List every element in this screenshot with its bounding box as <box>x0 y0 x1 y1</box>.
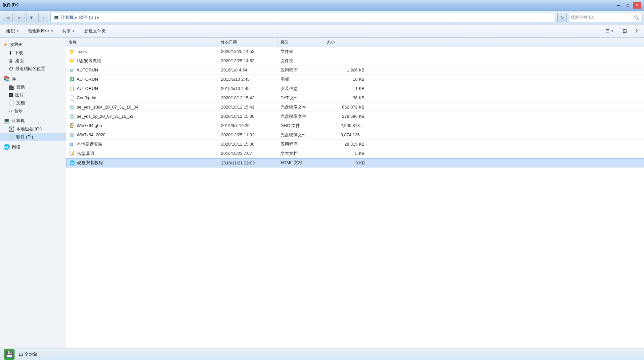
table-row[interactable]: 📄 Config.dat 2020/10/12 15:42 DAT 文件 36 … <box>66 93 644 103</box>
table-row[interactable]: 📁 U盘安装教程 2020/12/25 14:52 文件夹 <box>66 56 644 66</box>
close-button[interactable]: ✕ <box>633 2 641 9</box>
file-type-icon: ⚙ <box>69 67 75 73</box>
file-size-cell: 652,072 KB <box>324 105 367 110</box>
sidebar-item-desktop[interactable]: 🖥 桌面 <box>0 57 66 65</box>
sidebar-network-header[interactable]: 🌐 网络 <box>0 142 66 151</box>
col-header-type[interactable]: 类型 <box>278 38 324 47</box>
table-row[interactable]: 📝 光盘说明 2016/10/23 7:07 文本文档 5 KB <box>66 149 644 158</box>
file-type-icon: 🖥 <box>69 141 75 147</box>
sidebar-item-video[interactable]: 🎬 视频 <box>0 83 66 91</box>
up-button[interactable]: ↑ <box>38 13 48 22</box>
share-button[interactable]: 共享 ▼ <box>59 26 79 36</box>
help-icon: ? <box>635 28 638 33</box>
sidebar-favorites-header[interactable]: ★ 收藏夹 <box>0 40 66 49</box>
file-size-cell: 3,874,126 ... <box>324 132 367 137</box>
file-name-cell: 🖥 本地硬盘安装 <box>66 141 218 147</box>
table-row[interactable]: 🗄 Win7x64.gho 2019/9/7 19:25 GHO 文件 2,90… <box>66 121 644 130</box>
table-row[interactable]: 💿 Win7x64_2020 2020/12/25 11:32 光盘映像文件 3… <box>66 130 644 140</box>
file-date-cell: 2015/5/10 2:45 <box>218 77 278 82</box>
breadcrumb-computer[interactable]: 计算机 <box>61 15 74 21</box>
help-button[interactable]: ? <box>632 26 641 36</box>
include-library-button[interactable]: 包含到库中 ▼ <box>24 26 57 36</box>
sidebar-computer-header[interactable]: 💻 计算机 <box>0 116 66 125</box>
preview-pane-button[interactable]: ⊟ <box>619 26 630 36</box>
file-type-icon: 🖼 <box>69 76 75 82</box>
library-icon: 📚 <box>3 75 10 82</box>
file-date-cell: 2016/10/23 7:07 <box>218 151 278 156</box>
search-placeholder: 搜索 软件 (D:) <box>571 15 596 20</box>
file-date-cell: 2020/10/12 15:36 <box>218 114 278 119</box>
forward-button[interactable]: ▶ <box>15 13 24 22</box>
file-size-cell: 10 KB <box>324 77 367 82</box>
sidebar-item-music[interactable]: ♫ 音乐 <box>0 107 66 115</box>
col-header-name[interactable]: 名称 <box>66 38 218 47</box>
col-header-date[interactable]: 修改日期 <box>218 38 278 47</box>
toolbar-right: ☰ ▼ ⊟ ? <box>602 26 641 36</box>
table-row[interactable]: 📁 Tools 2020/12/25 14:52 文件夹 <box>66 47 644 56</box>
recent-locations-button[interactable]: ▼ <box>26 13 36 22</box>
file-type-icon: 📝 <box>69 151 75 157</box>
file-name-cell: 💿 Win7x64_2020 <box>66 132 218 138</box>
file-type-cell: 文件夹 <box>278 49 324 55</box>
table-row[interactable]: 🖥 本地硬盘安装 2020/10/12 15:30 应用程序 28,315 KB <box>66 140 644 149</box>
sidebar-network-section: 🌐 网络 <box>0 142 66 151</box>
refresh-button[interactable]: ↻ <box>557 13 567 22</box>
table-row[interactable]: ⚙ AUTORUN 2016/1/8 4:54 应用程序 1,926 KB <box>66 66 644 75</box>
table-row[interactable]: 🌐 硬盘安装教程 2016/11/21 22:03 HTML 文档 3 KB <box>66 158 644 167</box>
file-date-cell: 2020/10/12 15:42 <box>218 95 278 100</box>
organize-button[interactable]: 组织 ▼ <box>3 26 23 36</box>
file-name-cell: 📋 AUTORUN <box>66 86 218 92</box>
col-header-size[interactable]: 大小 <box>324 38 367 47</box>
file-name-cell: 📁 Tools <box>66 49 218 55</box>
table-row[interactable]: 📋 AUTORUN 2015/5/10 2:45 安装信息 1 KB <box>66 84 644 93</box>
music-icon: ♫ <box>9 108 12 113</box>
file-type-icon: 📋 <box>69 86 75 92</box>
sidebar-item-document[interactable]: 📄 文档 <box>0 99 66 107</box>
d-drive-icon: 💿 <box>9 134 14 140</box>
file-date-cell: 2015/5/10 2:45 <box>218 86 278 91</box>
sidebar-item-d-drive[interactable]: 💿 软件 (D:) <box>0 133 66 141</box>
file-type-icon: 💿 <box>69 104 75 110</box>
file-type-cell: 安装信息 <box>278 86 324 92</box>
star-icon: ★ <box>3 42 8 47</box>
sidebar-item-picture[interactable]: 🖼 图片 <box>0 91 66 99</box>
file-size-cell: 1,926 KB <box>324 68 367 72</box>
video-icon: 🎬 <box>9 84 14 90</box>
sidebar-library-section: 📚 库 🎬 视频 🖼 图片 📄 文档 ♫ 音乐 <box>0 74 66 115</box>
sidebar-computer-section: 💻 计算机 💽 本地磁盘 (C:) 💿 软件 (D:) <box>0 116 66 141</box>
maximize-button[interactable]: □ <box>623 2 632 9</box>
file-size-cell: 1 KB <box>324 86 367 91</box>
file-type-cell: 光盘映像文件 <box>278 113 324 119</box>
view-options-button[interactable]: ☰ ▼ <box>602 26 618 36</box>
computer-icon: 💻 <box>3 117 10 124</box>
file-list: 📁 Tools 2020/12/25 14:52 文件夹 📁 U盘安装教程 20… <box>66 47 644 348</box>
file-date-cell: 2019/9/7 19:25 <box>218 123 278 128</box>
file-type-icon: 💿 <box>69 132 75 138</box>
breadcrumb-drive[interactable]: 软件 (D:) <box>79 15 96 21</box>
table-row[interactable]: 🖼 AUTORUN 2015/5/10 2:45 图标 10 KB <box>66 75 644 84</box>
file-size-cell: 5 KB <box>324 151 367 156</box>
window-controls: ─ □ ✕ <box>614 2 641 9</box>
back-button[interactable]: ◀ <box>3 13 13 22</box>
search-bar[interactable]: 搜索 软件 (D:) 🔍 <box>569 13 641 22</box>
sidebar-item-c-drive[interactable]: 💽 本地磁盘 (C:) <box>0 125 66 133</box>
window-title: 软件 (D:) <box>3 2 19 8</box>
sidebar-item-recent[interactable]: ⏱ 最近访问的位置 <box>0 65 66 73</box>
minimize-button[interactable]: ─ <box>614 2 623 9</box>
file-type-cell: 应用程序 <box>278 67 324 73</box>
main-area: ★ 收藏夹 ⬇ 下载 🖥 桌面 ⏱ 最近访问的位置 📚 库 🎬 <box>0 38 644 348</box>
network-icon: 🌐 <box>3 144 10 150</box>
sidebar-library-header[interactable]: 📚 库 <box>0 74 66 83</box>
file-type-icon: 💿 <box>69 113 75 119</box>
sidebar-item-downloads[interactable]: ⬇ 下载 <box>0 49 66 57</box>
table-row[interactable]: 💿 pe_yqs_1064_20_07_31_16_04 2020/10/12 … <box>66 103 644 112</box>
file-size-cell: 3 KB <box>324 160 367 165</box>
file-column-headers: 名称 修改日期 类型 大小 <box>66 38 644 47</box>
file-size-cell: 2,900,813 ... <box>324 123 367 128</box>
file-type-icon: 📁 <box>69 49 75 55</box>
new-folder-button[interactable]: 新建文件夹 <box>80 26 110 36</box>
file-name-cell: 📁 U盘安装教程 <box>66 58 218 64</box>
statusbar: 💾 13 个对象 <box>0 348 644 360</box>
table-row[interactable]: 💿 pe_yqs_xp_20_07_31_15_53 2020/10/12 15… <box>66 112 644 121</box>
file-date-cell: 2020/12/25 14:52 <box>218 49 278 54</box>
